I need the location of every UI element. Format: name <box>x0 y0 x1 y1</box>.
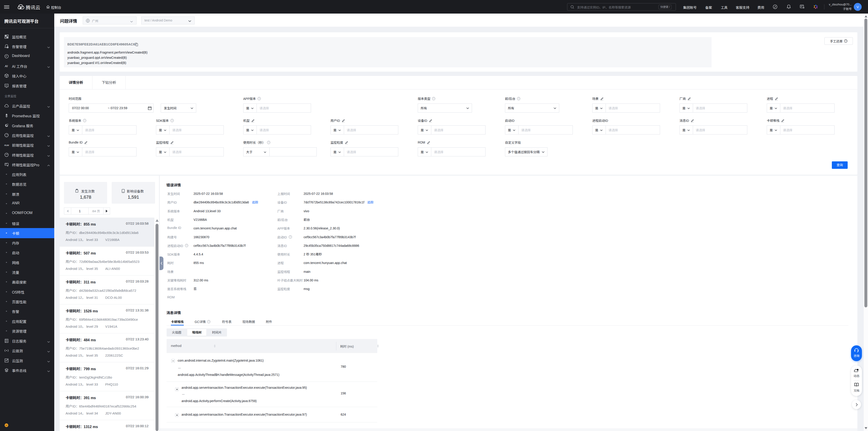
svg-text:?: ? <box>268 141 270 144</box>
svg-text:?: ? <box>84 119 86 122</box>
svg-text:AI: AI <box>4 64 8 68</box>
svg-text:?: ? <box>433 97 434 100</box>
svg-text:?: ? <box>290 236 291 238</box>
svg-text:?: ? <box>208 320 210 323</box>
svg-text:!: ! <box>7 47 8 48</box>
svg-text:RUM: RUM <box>4 144 9 147</box>
svg-text:?: ? <box>186 244 187 247</box>
svg-text:?: ? <box>845 40 846 42</box>
svg-text:?: ? <box>258 97 260 100</box>
svg-text:?: ? <box>172 119 173 122</box>
svg-text:?: ? <box>518 97 520 100</box>
